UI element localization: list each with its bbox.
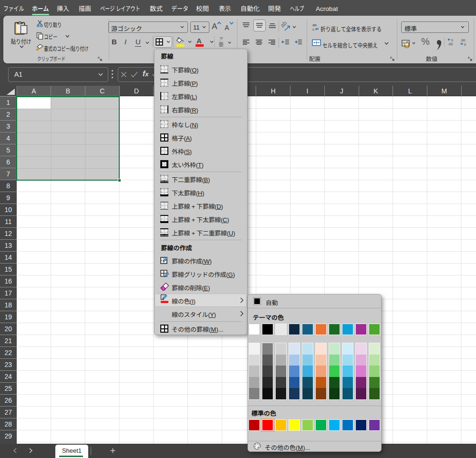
svg-text:c: c — [312, 27, 314, 31]
svg-text:0: 0 — [464, 43, 466, 46]
svg-text:ab: ab — [312, 23, 317, 27]
svg-text:0: 0 — [451, 39, 453, 42]
svg-text:.00: .00 — [448, 42, 453, 46]
svg-text:.00: .00 — [460, 38, 465, 42]
